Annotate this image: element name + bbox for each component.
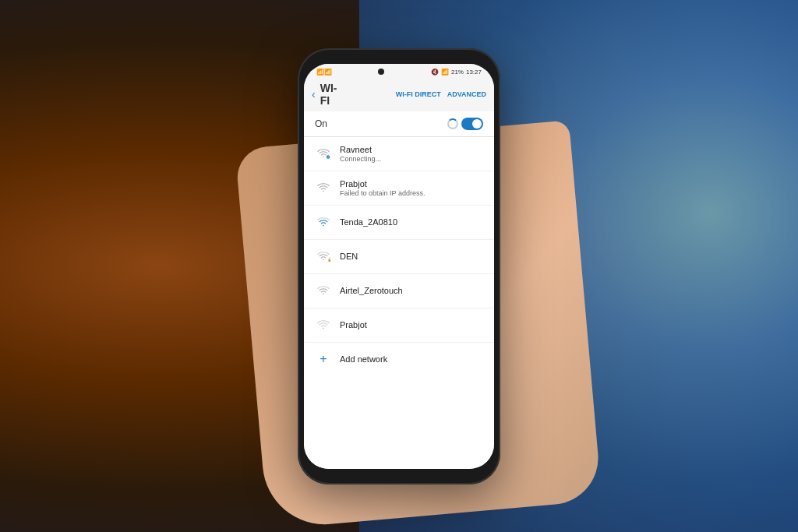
status-right: 🔇 📶 21% 13:27 (431, 69, 482, 76)
add-network-label: Add network (340, 354, 387, 364)
network-name: Ravneet (340, 145, 483, 154)
network-info-den: DEN (340, 252, 483, 261)
signal-icon: 📶 (441, 69, 449, 76)
network-info-prabjot2: Prabjot (340, 320, 483, 329)
network-status: Failed to obtain IP address. (340, 189, 483, 197)
main-scene: 📶📶 🔇 📶 21% 13:27 ‹ WI-FI (0, 0, 798, 532)
network-name: Prabjot (340, 179, 483, 188)
wifi-toggle-switch[interactable] (461, 118, 483, 130)
status-left: 📶📶 (316, 69, 332, 76)
phone-shell: 📶📶 🔇 📶 21% 13:27 ‹ WI-FI (298, 48, 500, 484)
svg-text:🔒: 🔒 (327, 257, 331, 262)
network-list: Ravneet Connecting... (304, 137, 494, 469)
network-item[interactable]: Ravneet Connecting... (304, 137, 494, 171)
add-network-icon: + (315, 351, 332, 368)
phone-scene: 📶📶 🔇 📶 21% 13:27 ‹ WI-FI (274, 41, 524, 492)
tab-advanced[interactable]: ADVANCED (447, 90, 486, 98)
wifi-icon-airtel (315, 284, 332, 298)
wifi-icon-tenda (315, 215, 332, 229)
network-item[interactable]: Airtel_Zerotouch (304, 274, 494, 308)
page-title: WI-FI (320, 82, 337, 107)
wifi-icon-prabjot (315, 181, 332, 195)
network-status: Connecting... (340, 155, 483, 163)
network-name: Airtel_Zerotouch (340, 286, 483, 295)
wifi-icon-den: 🔒 (315, 249, 332, 263)
network-info-airtel: Airtel_Zerotouch (340, 286, 483, 295)
time-text: 13:27 (466, 69, 482, 76)
wifi-toggle-row: On (304, 111, 494, 137)
toolbar: ‹ WI-FI WI-FI DIRECT ADVANCED (304, 77, 494, 111)
network-item[interactable]: Prabjot Failed to obtain IP address. (304, 171, 494, 206)
network-item[interactable]: 🔒 DEN (304, 240, 494, 274)
toggle-spinner (447, 118, 458, 129)
network-name: DEN (340, 252, 483, 261)
network-info-ravneet: Ravneet Connecting... (340, 145, 483, 163)
mute-icon: 🔇 (431, 69, 439, 76)
status-bar: 📶📶 🔇 📶 21% 13:27 (304, 64, 494, 77)
sim-icons: 📶📶 (316, 69, 332, 76)
back-button[interactable]: ‹ (312, 88, 316, 100)
camera-notch (378, 69, 384, 75)
toggle-area (447, 118, 483, 130)
wifi-toggle-label: On (315, 118, 327, 129)
toolbar-tabs: WI-FI DIRECT ADVANCED (396, 90, 486, 98)
network-item[interactable]: Prabjot (304, 308, 494, 343)
wifi-icon-prabjot2 (315, 318, 332, 332)
network-info-prabjot-failed: Prabjot Failed to obtain IP address. (340, 179, 483, 197)
phone-screen: 📶📶 🔇 📶 21% 13:27 ‹ WI-FI (304, 64, 494, 469)
battery-text: 21% (451, 69, 464, 76)
network-name: Prabjot (340, 320, 483, 329)
network-name: Tenda_2A0810 (340, 217, 483, 227)
tab-wifi-direct[interactable]: WI-FI DIRECT (396, 90, 441, 98)
network-item[interactable]: Tenda_2A0810 (304, 206, 494, 240)
wifi-icon-ravneet (315, 146, 332, 160)
add-network-item[interactable]: + Add network (304, 343, 494, 375)
network-info-tenda: Tenda_2A0810 (340, 217, 483, 227)
